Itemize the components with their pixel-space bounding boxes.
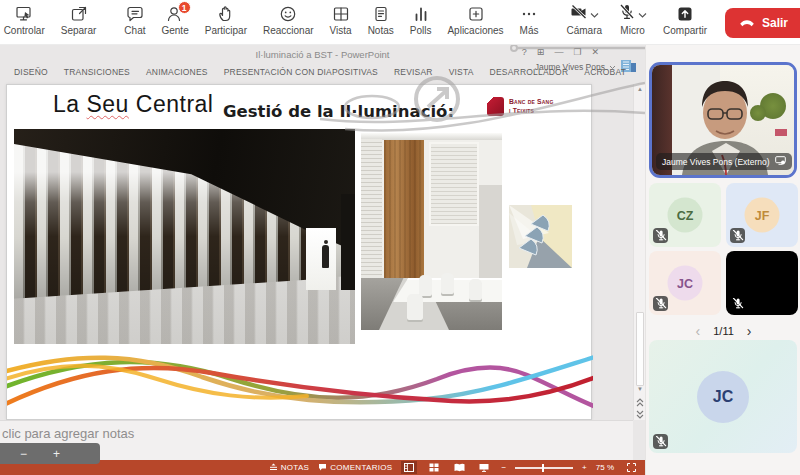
arrows-picture: [509, 205, 572, 268]
camera-button[interactable]: Cámara: [559, 5, 611, 36]
participant-tile-dark[interactable]: [726, 251, 798, 315]
tab-transiciones[interactable]: TRANSICIONES: [64, 67, 130, 77]
help-button[interactable]: ?: [522, 47, 527, 57]
notes-button[interactable]: Notas: [360, 5, 402, 36]
participant-tile-jf[interactable]: JF: [726, 183, 798, 247]
meeting-toolbar: Controlar Separar Chat 1 Gente: [0, 0, 800, 45]
participant-tile-jc[interactable]: JC: [649, 251, 721, 315]
tab-acrobat[interactable]: ACROBAT: [584, 67, 626, 77]
mic-off-icon: [618, 3, 636, 25]
speaker-name-tag: Jaume Vives Pons (Externo): [656, 153, 792, 170]
chat-label: Chat: [124, 25, 145, 36]
normal-view-button[interactable]: [401, 461, 417, 474]
zoom-slider[interactable]: [515, 467, 573, 469]
notes-toggle[interactable]: NOTAS: [269, 463, 309, 473]
people-count-badge: 1: [178, 1, 191, 14]
mic-chevron-icon[interactable]: [638, 5, 647, 23]
raised-hand-icon: [217, 5, 235, 23]
camera-off-icon: [570, 3, 588, 25]
comment-bubble-icon: [318, 463, 327, 473]
ribbon-options-button[interactable]: ⊞: [537, 47, 545, 57]
tab-desarrollador[interactable]: DESARROLLADOR: [490, 67, 569, 77]
slide-canvas[interactable]: La Seu Central Gestió de la Il·luminació…: [6, 84, 592, 420]
scrollbar-thumb[interactable]: [636, 312, 644, 386]
reading-view-button[interactable]: [451, 461, 467, 474]
leave-label: Salir: [762, 16, 788, 30]
notes-placeholder: clic para agregar notas: [2, 426, 134, 441]
tab-diseno[interactable]: DISEÑO: [14, 67, 48, 77]
speaker-name: Jaume Vives Pons (Externo): [662, 157, 770, 167]
leave-button[interactable]: Salir: [725, 8, 800, 38]
camera-chevron-icon[interactable]: [590, 5, 599, 23]
zoom-in-button[interactable]: +: [582, 463, 587, 472]
tab-vista[interactable]: VISTA: [449, 67, 474, 77]
featured-participant-tile[interactable]: JC: [649, 340, 797, 453]
zoom-in-button[interactable]: +: [53, 447, 60, 461]
control-button[interactable]: Controlar: [0, 5, 53, 36]
tab-revisar[interactable]: REVISAR: [394, 67, 433, 77]
share-screen-icon: [676, 5, 694, 23]
slide-sorter-view-button[interactable]: [426, 461, 442, 474]
muted-mic-icon: [653, 296, 668, 311]
close-button[interactable]: ✕: [591, 47, 599, 57]
logo-line1: Banc de Sang: [509, 98, 554, 107]
ribbon-tabs: DISEÑO TRANSICIONES ANIMACIONES PRESENTA…: [14, 67, 641, 77]
blood-bag-icon: [487, 97, 504, 116]
people-button[interactable]: 1 Gente: [153, 5, 196, 36]
slide-scrollbar[interactable]: ▲ ▼: [633, 84, 645, 420]
chat-icon: [126, 5, 144, 23]
page-next-icon[interactable]: ›: [747, 323, 752, 339]
control-label: Controlar: [4, 25, 45, 36]
chat-button[interactable]: Chat: [116, 5, 153, 36]
raise-hand-label: Participar: [205, 25, 247, 36]
ellipsis-icon: [520, 5, 538, 23]
gallery-pagination: ‹ 1/11 ›: [646, 323, 800, 339]
apps-label: Aplicaciones: [447, 25, 503, 36]
zoom-tooltip[interactable]: − +: [0, 443, 100, 464]
window-controls: ? ⊞ — ❐ ✕: [522, 47, 599, 57]
muted-mic-icon: [653, 228, 668, 243]
avatar: JF: [745, 198, 780, 233]
zoom-out-button[interactable]: −: [20, 447, 27, 461]
participants-sidebar: Jaume Vives Pons (Externo) CZ JF JC ‹ 1/…: [645, 45, 800, 475]
active-speaker-video[interactable]: Jaume Vives Pons (Externo): [649, 62, 797, 178]
react-label: Reaccionar: [263, 25, 314, 36]
zoom-level[interactable]: 75 %: [596, 463, 614, 472]
slide-heading: Gestió de la Il·luminació:: [223, 102, 454, 121]
slideshow-view-button[interactable]: [476, 461, 492, 474]
mic-label: Micro: [620, 25, 644, 36]
banc-de-sang-logo: Banc de Sang i Teixits: [487, 97, 554, 116]
smiley-icon: [279, 5, 297, 23]
popout-label: Separar: [61, 25, 97, 36]
decorative-waves: [7, 349, 593, 417]
participant-tile-cz[interactable]: CZ: [649, 183, 721, 247]
poll-chart-icon: [412, 5, 430, 23]
tab-animaciones[interactable]: ANIMACIONES: [146, 67, 208, 77]
share-label: Compartir: [663, 25, 707, 36]
minimize-button[interactable]: —: [554, 47, 563, 57]
view-label: Vista: [330, 25, 352, 36]
tab-presentacion[interactable]: PRESENTACIÓN CON DIAPOSITIVAS: [224, 67, 378, 77]
more-label: Más: [520, 25, 539, 36]
view-button[interactable]: Vista: [322, 5, 360, 36]
raise-hand-button[interactable]: Participar: [197, 5, 255, 36]
apps-button[interactable]: Aplicaciones: [439, 5, 511, 36]
more-button[interactable]: Más: [512, 5, 547, 36]
page-prev-icon[interactable]: ‹: [696, 323, 701, 339]
muted-mic-icon: [653, 434, 668, 449]
avatar: JC: [668, 266, 703, 301]
fit-to-window-button[interactable]: [623, 461, 639, 474]
polls-button[interactable]: Polls: [402, 5, 440, 36]
react-button[interactable]: Reaccionar: [255, 5, 322, 36]
mic-button[interactable]: Micro: [610, 5, 655, 36]
share-button[interactable]: Compartir: [655, 5, 715, 36]
zoom-out-button[interactable]: −: [501, 463, 506, 472]
restore-button[interactable]: ❐: [573, 47, 581, 57]
slide-title: La Seu Central: [53, 91, 213, 118]
zoom-slider-thumb[interactable]: [542, 464, 545, 472]
popout-button[interactable]: Separar: [53, 5, 105, 36]
spellcheck-word: Seu: [86, 91, 128, 117]
notes-icon: [372, 5, 390, 23]
muted-mic-icon: [730, 296, 745, 311]
comments-toggle[interactable]: COMENTARIOS: [318, 463, 392, 473]
